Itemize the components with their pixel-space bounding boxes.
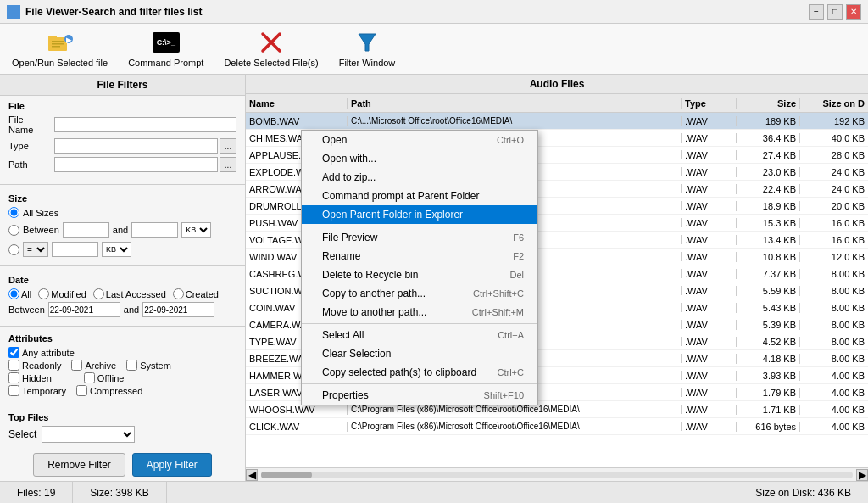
toolbar-filter-window[interactable]: Filter Window bbox=[334, 25, 401, 72]
toolbar-delete[interactable]: Delete Selected File(s) bbox=[219, 25, 323, 72]
close-button[interactable]: ✕ bbox=[846, 4, 861, 20]
filename-input[interactable] bbox=[54, 117, 236, 132]
date-created-radio[interactable] bbox=[173, 288, 184, 299]
col-header-type[interactable]: Type bbox=[682, 98, 737, 109]
cell-size-disk: 20.0 KB bbox=[800, 201, 868, 211]
remove-filter-button[interactable]: Remove Filter bbox=[33, 453, 125, 477]
date-from-input[interactable] bbox=[48, 302, 120, 317]
table-row[interactable]: CLICK.WAV C:\Program Files (x86)\Microso… bbox=[246, 418, 868, 435]
date-all-item[interactable]: All bbox=[8, 288, 31, 299]
cell-type: .WAV bbox=[682, 371, 737, 381]
cell-size-disk: 16.0 KB bbox=[800, 218, 868, 228]
date-modified-radio[interactable] bbox=[38, 288, 49, 299]
attr-offline[interactable]: Offline bbox=[84, 372, 125, 383]
maximize-button[interactable]: □ bbox=[827, 4, 843, 20]
col-header-size[interactable]: Size bbox=[737, 98, 800, 109]
ctx-move-path[interactable]: Move to another path... Ctrl+Shift+M bbox=[302, 303, 537, 321]
size-eq-op-select[interactable]: =>< bbox=[23, 242, 48, 257]
ctx-rename[interactable]: Rename F2 bbox=[302, 247, 537, 265]
date-to-input[interactable] bbox=[142, 302, 214, 317]
attributes-header: Attributes bbox=[8, 333, 236, 344]
table-row[interactable]: BOMB.WAV C:\...\Microsoft Office\root\Of… bbox=[246, 113, 868, 130]
toolbar-open-run[interactable]: ▶ Open/Run Selected file bbox=[7, 25, 113, 72]
svg-rect-1 bbox=[14, 7, 19, 11]
scroll-track-h[interactable] bbox=[261, 472, 853, 478]
col-header-name[interactable]: Name bbox=[246, 98, 348, 109]
attr-archive-checkbox[interactable] bbox=[71, 360, 82, 371]
filter-window-icon bbox=[353, 29, 381, 56]
svg-rect-6 bbox=[52, 41, 64, 42]
size-unit-select[interactable]: KB bbox=[181, 222, 211, 238]
size-eq-input[interactable] bbox=[52, 242, 98, 257]
top-files-select[interactable] bbox=[42, 426, 135, 443]
cell-type: .WAV bbox=[682, 320, 737, 330]
attr-temporary-checkbox[interactable] bbox=[8, 385, 19, 396]
ctx-open-parent-explorer[interactable]: Open Parent Folder in Explorer bbox=[302, 205, 537, 224]
date-accessed-radio[interactable] bbox=[93, 288, 104, 299]
ctx-file-preview[interactable]: File Preview F6 bbox=[302, 228, 537, 247]
scroll-left-btn[interactable]: ◀ bbox=[246, 469, 258, 481]
attr-offline-checkbox[interactable] bbox=[84, 372, 95, 383]
date-all-radio[interactable] bbox=[8, 288, 19, 299]
attr-hidden-checkbox[interactable] bbox=[8, 372, 19, 383]
cell-type: .WAV bbox=[682, 235, 737, 245]
scroll-thumb-h[interactable] bbox=[261, 472, 312, 478]
attr-any[interactable]: Any attribute bbox=[8, 347, 75, 358]
ctx-clear-selection[interactable]: Clear Selection bbox=[302, 344, 537, 363]
attr-compressed[interactable]: Compressed bbox=[76, 385, 142, 396]
attr-any-checkbox[interactable] bbox=[8, 347, 19, 358]
ctx-open-label: Open bbox=[322, 134, 347, 146]
col-header-size-disk[interactable]: Size on D bbox=[800, 98, 868, 109]
size-eq-unit-select[interactable]: KB bbox=[102, 242, 131, 257]
type-browse-button[interactable]: ... bbox=[220, 138, 236, 154]
svg-rect-7 bbox=[52, 43, 64, 45]
cell-name: WHOOSH.WAV bbox=[246, 405, 348, 415]
type-input[interactable] bbox=[54, 138, 218, 154]
date-modified-item[interactable]: Modified bbox=[38, 288, 86, 299]
svg-rect-2 bbox=[8, 13, 13, 17]
apply-filter-button[interactable]: Apply Filter bbox=[132, 453, 212, 477]
app-icon bbox=[7, 5, 20, 19]
size-from-input[interactable] bbox=[63, 222, 109, 238]
scroll-right-btn[interactable]: ▶ bbox=[856, 469, 868, 481]
attr-system[interactable]: System bbox=[126, 360, 171, 371]
cell-type: .WAV bbox=[682, 167, 737, 177]
ctx-open-with[interactable]: Open with... bbox=[302, 149, 537, 168]
toolbar-cmd-prompt[interactable]: C:\>_ Command Prompt bbox=[123, 25, 209, 72]
col-header-path[interactable]: Path bbox=[348, 98, 682, 109]
ctx-add-to-zip[interactable]: Add to zip... bbox=[302, 168, 537, 187]
attr-temporary[interactable]: Temporary bbox=[8, 385, 66, 396]
size-eq-item[interactable]: =>< KB bbox=[8, 242, 236, 257]
size-between-item[interactable]: Between and KB bbox=[8, 222, 236, 238]
cell-type: .WAV bbox=[682, 184, 737, 194]
size-eq-radio[interactable] bbox=[8, 244, 19, 255]
ctx-copy-clipboard[interactable]: Copy selected path(s) to clipboard Ctrl+… bbox=[302, 363, 537, 382]
date-created-item[interactable]: Created bbox=[173, 288, 219, 299]
ctx-delete-recycle[interactable]: Delete to Recycle bin Del bbox=[302, 265, 537, 284]
date-accessed-item[interactable]: Last Accessed bbox=[93, 288, 166, 299]
attr-readonly[interactable]: Readonly bbox=[8, 360, 61, 371]
attr-archive[interactable]: Archive bbox=[71, 360, 116, 371]
attr-row-3: Hidden Offline bbox=[8, 372, 236, 383]
cell-size: 189 KB bbox=[737, 116, 800, 126]
cell-size: 36.4 KB bbox=[737, 133, 800, 143]
attr-hidden[interactable]: Hidden bbox=[8, 372, 52, 383]
ctx-cmd-parent[interactable]: Command prompt at Parent Folder bbox=[302, 187, 537, 205]
attr-system-checkbox[interactable] bbox=[126, 360, 137, 371]
ctx-select-all[interactable]: Select All Ctrl+A bbox=[302, 326, 537, 344]
minimize-button[interactable]: − bbox=[809, 4, 824, 20]
attr-compressed-checkbox[interactable] bbox=[76, 385, 87, 396]
horizontal-scrollbar[interactable]: ◀ ▶ bbox=[246, 467, 868, 481]
size-all-radio[interactable] bbox=[8, 207, 19, 218]
size-to-input[interactable] bbox=[131, 222, 178, 238]
ctx-properties[interactable]: Properties Shift+F10 bbox=[302, 386, 537, 405]
cell-type: .WAV bbox=[682, 133, 737, 143]
ctx-copy-path[interactable]: Copy to another path... Ctrl+Shift+C bbox=[302, 284, 537, 303]
size-between-radio[interactable] bbox=[8, 225, 19, 236]
path-input[interactable] bbox=[54, 157, 218, 172]
cell-size: 5.39 KB bbox=[737, 320, 800, 330]
attr-readonly-checkbox[interactable] bbox=[8, 360, 19, 371]
size-all-item[interactable]: All Sizes bbox=[8, 207, 236, 218]
path-browse-button[interactable]: ... bbox=[220, 157, 236, 172]
ctx-open[interactable]: Open Ctrl+O bbox=[302, 131, 537, 149]
